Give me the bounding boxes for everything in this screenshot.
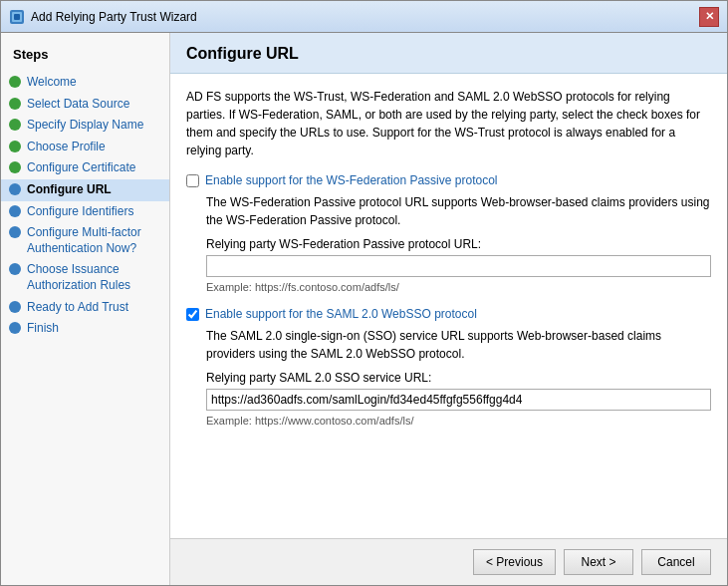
sidebar-label-configure-certificate: Configure Certificate (27, 160, 135, 176)
page-title: Configure URL (186, 45, 711, 63)
sidebar-item-configure-certificate[interactable]: Configure Certificate (1, 157, 169, 179)
step-dot-select-data-source (9, 98, 21, 110)
sidebar-item-configure-identifiers[interactable]: Configure Identifiers (1, 201, 169, 223)
sidebar-item-choose-issuance[interactable]: Choose Issuance Authorization Rules (1, 259, 169, 296)
saml-checkbox-label[interactable]: Enable support for the SAML 2.0 WebSSO p… (205, 307, 477, 321)
next-button[interactable]: Next > (564, 549, 633, 575)
step-dot-ready-to-add (9, 301, 21, 313)
sidebar-title: Steps (1, 43, 169, 72)
sidebar-label-specify-display-name: Specify Display Name (27, 118, 143, 134)
ws-federation-example: Example: https://fs.contoso.com/adfs/ls/ (206, 281, 711, 293)
title-bar: Add Relying Party Trust Wizard ✕ (1, 1, 727, 33)
step-dot-configure-url (9, 183, 21, 195)
window: Add Relying Party Trust Wizard ✕ Steps W… (0, 0, 728, 586)
step-dot-choose-issuance (9, 263, 21, 275)
step-dot-welcome (9, 76, 21, 88)
sidebar-item-welcome[interactable]: Welcome (1, 72, 169, 94)
ws-federation-checkbox-label[interactable]: Enable support for the WS-Federation Pas… (205, 173, 497, 187)
content-area: Steps Welcome Select Data Source Specify… (1, 33, 727, 585)
step-dot-configure-multifactor (9, 226, 21, 238)
title-bar-text: Add Relying Party Trust Wizard (31, 10, 197, 24)
cancel-button[interactable]: Cancel (641, 549, 711, 575)
sidebar-label-configure-multifactor: Configure Multi-factor Authentication No… (27, 225, 159, 256)
app-icon (9, 9, 25, 25)
sidebar-item-finish[interactable]: Finish (1, 318, 169, 340)
sidebar-label-ready-to-add: Ready to Add Trust (27, 300, 128, 316)
sidebar-item-configure-multifactor[interactable]: Configure Multi-factor Authentication No… (1, 222, 169, 259)
intro-description: AD FS supports the WS-Trust, WS-Federati… (186, 88, 711, 159)
sidebar-item-specify-display-name[interactable]: Specify Display Name (1, 115, 169, 137)
title-bar-left: Add Relying Party Trust Wizard (9, 9, 197, 25)
footer: < Previous Next > Cancel (170, 538, 727, 585)
sidebar: Steps Welcome Select Data Source Specify… (1, 33, 170, 585)
step-dot-choose-profile (9, 141, 21, 152)
sidebar-label-choose-profile: Choose Profile (27, 140, 106, 155)
saml-checkbox-row: Enable support for the SAML 2.0 WebSSO p… (186, 307, 711, 321)
sidebar-label-select-data-source: Select Data Source (27, 97, 129, 113)
sidebar-item-choose-profile[interactable]: Choose Profile (1, 137, 169, 158)
main-header: Configure URL (170, 33, 727, 74)
saml-description: The SAML 2.0 single-sign-on (SSO) servic… (206, 327, 711, 363)
ws-federation-url-input[interactable] (206, 255, 711, 277)
saml-example: Example: https://www.contoso.com/adfs/ls… (206, 415, 711, 427)
saml-section: Enable support for the SAML 2.0 WebSSO p… (186, 307, 711, 427)
ws-federation-section: Enable support for the WS-Federation Pas… (186, 173, 711, 293)
ws-federation-checkbox[interactable] (186, 174, 199, 187)
step-dot-configure-certificate (9, 161, 21, 173)
sidebar-label-configure-url: Configure URL (27, 182, 112, 198)
sidebar-label-finish: Finish (27, 321, 59, 337)
ws-federation-field-label: Relying party WS-Federation Passive prot… (206, 237, 711, 251)
step-dot-configure-identifiers (9, 205, 21, 217)
ws-federation-checkbox-row: Enable support for the WS-Federation Pas… (186, 173, 711, 187)
main-panel: Configure URL AD FS supports the WS-Trus… (170, 33, 727, 585)
step-dot-specify-display-name (9, 119, 21, 131)
sidebar-item-configure-url[interactable]: Configure URL (1, 179, 169, 201)
saml-checkbox[interactable] (186, 308, 199, 321)
close-button[interactable]: ✕ (699, 7, 719, 27)
sidebar-item-select-data-source[interactable]: Select Data Source (1, 94, 169, 116)
saml-url-input[interactable] (206, 389, 711, 411)
ws-federation-description: The WS-Federation Passive protocol URL s… (206, 193, 711, 229)
sidebar-label-configure-identifiers: Configure Identifiers (27, 204, 133, 220)
sidebar-item-ready-to-add[interactable]: Ready to Add Trust (1, 297, 169, 319)
sidebar-label-choose-issuance: Choose Issuance Authorization Rules (27, 262, 159, 293)
main-content: AD FS supports the WS-Trust, WS-Federati… (170, 74, 727, 538)
previous-button[interactable]: < Previous (473, 549, 556, 575)
saml-field-label: Relying party SAML 2.0 SSO service URL: (206, 371, 711, 385)
sidebar-label-welcome: Welcome (27, 75, 77, 91)
step-dot-finish (9, 322, 21, 334)
svg-rect-2 (14, 14, 20, 20)
